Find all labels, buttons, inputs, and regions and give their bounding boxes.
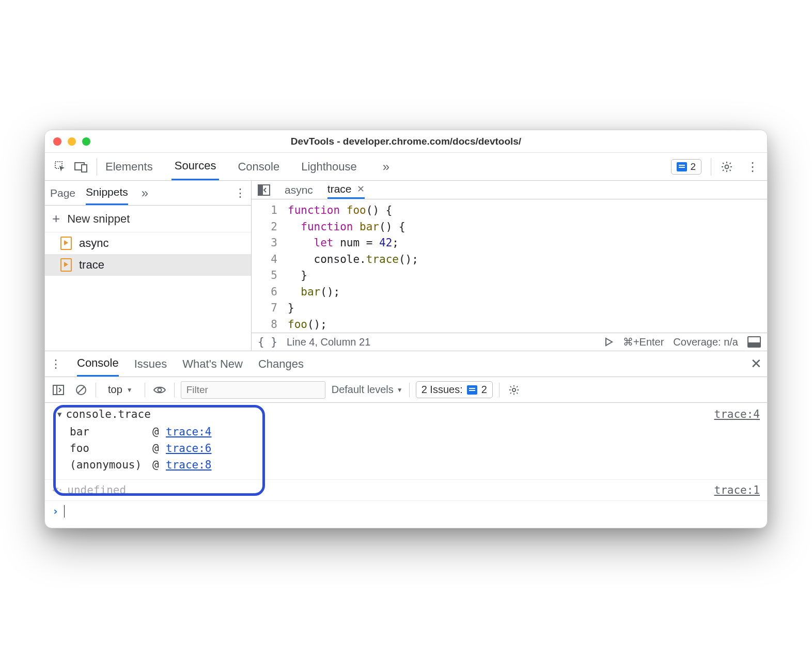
- navigator-menu-icon[interactable]: ⋮: [235, 186, 246, 200]
- device-toolbar-icon[interactable]: [71, 161, 91, 173]
- pretty-print-icon[interactable]: { }: [258, 336, 277, 348]
- drawer-tabs: ⋮ Console Issues What's New Changes ✕: [45, 351, 767, 377]
- close-window-button[interactable]: [53, 137, 61, 146]
- toolbar-divider: [97, 158, 97, 176]
- drawer-tab-console[interactable]: Console: [77, 351, 119, 377]
- drawer-tab-issues[interactable]: Issues: [134, 351, 167, 377]
- drawer-tab-whatsnew[interactable]: What's New: [182, 351, 243, 377]
- editor-tab-async[interactable]: async: [285, 181, 313, 199]
- editor-tabs: async trace ✕: [252, 181, 767, 199]
- clear-console-icon[interactable]: [73, 384, 89, 396]
- source-link[interactable]: trace:1: [714, 484, 760, 496]
- snippet-list: async trace: [45, 232, 251, 351]
- toolbar-divider: [145, 383, 145, 397]
- frame-link[interactable]: trace:4: [166, 426, 212, 438]
- navigator-tab-page[interactable]: Page: [50, 181, 75, 205]
- close-tab-icon[interactable]: ✕: [357, 183, 365, 195]
- snippet-name: trace: [79, 258, 104, 272]
- line-gutter: 12 34 56 78: [252, 202, 288, 333]
- context-label: top: [108, 384, 122, 396]
- console-trace-group: ▼ console.trace trace:4 bar @ trace:4 fo…: [45, 403, 767, 480]
- zoom-window-button[interactable]: [82, 137, 90, 146]
- svg-point-11: [512, 388, 516, 391]
- svg-line-9: [78, 387, 84, 393]
- toolbar-divider: [409, 383, 410, 397]
- context-selector[interactable]: top: [102, 382, 138, 398]
- svg-point-10: [158, 388, 161, 391]
- console-issues-button[interactable]: 2 Issues: 2: [416, 381, 493, 398]
- at-symbol: @: [152, 426, 166, 438]
- code-content: function foo() { function bar() { let nu…: [288, 202, 767, 333]
- coverage-status: Coverage: n/a: [673, 336, 738, 348]
- code-editor[interactable]: 12 34 56 78 function foo() { function ba…: [252, 199, 767, 333]
- input-caret: [64, 505, 65, 518]
- console-return-row: <· undefined trace:1: [45, 480, 767, 501]
- levels-label: Default levels: [332, 384, 394, 396]
- drawer-menu-icon[interactable]: ⋮: [50, 357, 61, 371]
- console-toolbar: top Default levels 2 Issues: 2: [45, 377, 767, 403]
- snippet-item[interactable]: trace: [45, 254, 251, 276]
- new-snippet-label: New snippet: [67, 212, 130, 226]
- tab-elements[interactable]: Elements: [102, 153, 156, 180]
- plus-icon: +: [52, 211, 60, 227]
- main-toolbar: Elements Sources Console Lighthouse » 2 …: [45, 153, 767, 181]
- issues-label: 2 Issues:: [421, 384, 463, 396]
- editor-status-bar: { } Line 4, Column 21 ⌘+Enter Coverage: …: [252, 333, 767, 351]
- frame-link[interactable]: trace:6: [166, 442, 212, 455]
- stack-frame: foo @ trace:6: [57, 440, 760, 457]
- more-tabs-button[interactable]: »: [383, 160, 389, 174]
- svg-point-3: [725, 165, 729, 168]
- log-levels-selector[interactable]: Default levels: [332, 384, 403, 396]
- return-arrow-icon: <·: [52, 484, 62, 496]
- stack-trace: bar @ trace:4 foo @ trace:6 (anonymous) …: [57, 424, 760, 473]
- tab-lighthouse[interactable]: Lighthouse: [298, 153, 360, 180]
- frame-function: foo: [70, 442, 152, 455]
- editor-tab-label: trace: [327, 183, 352, 195]
- tab-sources[interactable]: Sources: [171, 153, 220, 180]
- snippet-item[interactable]: async: [45, 232, 251, 254]
- navigator-sidebar: Page Snippets » ⋮ + New snippet async tr…: [45, 181, 252, 351]
- frame-link[interactable]: trace:8: [166, 459, 212, 471]
- issues-indicator[interactable]: 2: [671, 159, 701, 175]
- live-expression-icon[interactable]: [151, 385, 168, 395]
- frame-function: bar: [70, 426, 152, 438]
- source-link[interactable]: trace:4: [714, 408, 760, 420]
- issues-count: 2: [690, 161, 696, 173]
- svg-rect-2: [82, 165, 87, 172]
- more-navigator-tabs[interactable]: »: [142, 186, 148, 200]
- at-symbol: @: [152, 459, 166, 471]
- devtools-window: DevTools - developer.chrome.com/docs/dev…: [44, 130, 768, 528]
- minimize-window-button[interactable]: [68, 137, 76, 146]
- snippet-name: async: [79, 237, 108, 250]
- navigator-tab-snippets[interactable]: Snippets: [86, 181, 128, 205]
- console-settings-icon[interactable]: [506, 384, 522, 396]
- editor-tab-trace[interactable]: trace ✕: [327, 181, 365, 199]
- drawer-tab-changes[interactable]: Changes: [258, 351, 304, 377]
- run-snippet-icon[interactable]: [604, 337, 614, 347]
- editor-pane: async trace ✕ 12 34 56 78 function foo()…: [252, 181, 767, 351]
- navigator-tabs: Page Snippets » ⋮: [45, 181, 251, 206]
- tab-console[interactable]: Console: [235, 153, 283, 180]
- filter-input[interactable]: [181, 381, 325, 399]
- disclosure-triangle-icon[interactable]: ▼: [57, 410, 61, 418]
- more-menu-icon[interactable]: ⋮: [743, 160, 762, 174]
- new-snippet-button[interactable]: + New snippet: [45, 206, 251, 232]
- toolbar-divider: [96, 383, 96, 397]
- snippet-icon: [60, 258, 72, 272]
- trace-title: console.trace: [66, 408, 150, 420]
- stack-frame: (anonymous) @ trace:8: [57, 457, 760, 473]
- toolbar-divider: [499, 383, 499, 397]
- traffic-lights: [53, 137, 90, 146]
- console-prompt[interactable]: ›: [45, 501, 767, 528]
- toggle-console-sidebar-icon[interactable]: [50, 385, 67, 395]
- main-tabs: Elements Sources Console Lighthouse »: [102, 153, 389, 180]
- toggle-navigator-icon[interactable]: [258, 184, 270, 196]
- settings-icon[interactable]: [721, 161, 739, 173]
- editor-tab-label: async: [285, 184, 313, 196]
- toggle-drawer-icon[interactable]: [747, 336, 761, 348]
- snippet-icon: [60, 237, 72, 250]
- inspect-element-icon[interactable]: [50, 161, 71, 173]
- toolbar-divider: [174, 383, 175, 397]
- frame-function: (anonymous): [70, 459, 152, 471]
- close-drawer-icon[interactable]: ✕: [751, 356, 762, 372]
